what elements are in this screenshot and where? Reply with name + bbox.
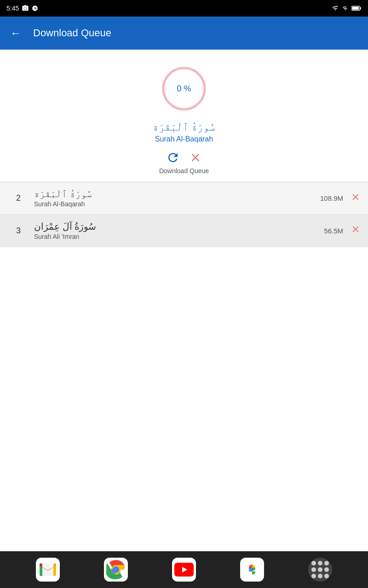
queue-item: 2 سُورَةُ ٱلْبَقَرَة Surah Al-Baqarah 10… xyxy=(0,182,368,215)
item-arabic-title: سُورَةُ آلَ عِمْرَان xyxy=(34,221,324,232)
status-right xyxy=(331,5,362,12)
current-surah-english: Surah Al-Baqarah xyxy=(155,135,213,143)
item-number: 3 xyxy=(7,226,29,236)
remove-icon xyxy=(351,192,361,202)
remove-item-button[interactable] xyxy=(351,224,361,237)
app-bar: ← Download Queue xyxy=(0,17,368,50)
item-size: 56.5M xyxy=(324,227,343,235)
youtube-app-icon[interactable] xyxy=(172,558,196,582)
photos-icon xyxy=(242,560,262,579)
remove-item-button[interactable] xyxy=(351,192,361,205)
svg-point-8 xyxy=(113,566,119,573)
cancel-download-button[interactable] xyxy=(189,151,202,164)
close-icon xyxy=(189,151,202,164)
item-info: سُورَةُ آلَ عِمْرَان Surah Ali 'Imran xyxy=(29,221,324,240)
item-number: 2 xyxy=(7,193,29,203)
refresh-icon xyxy=(166,151,180,164)
back-button[interactable]: ← xyxy=(8,25,23,41)
download-queue-label: Download Queue xyxy=(159,167,209,175)
svg-point-0 xyxy=(24,7,27,9)
queue-item: 3 سُورَةُ آلَ عِمْرَان Surah Ali 'Imran … xyxy=(0,215,368,247)
item-size: 108.9M xyxy=(320,194,343,202)
item-english-title: Surah Al-Baqarah xyxy=(34,200,320,208)
progress-area: 0 % سُورَةُ ٱلْبَقَرَة Surah Al-Baqarah … xyxy=(0,50,368,182)
item-arabic-title: سُورَةُ ٱلْبَقَرَة xyxy=(34,189,320,199)
bottom-nav xyxy=(0,551,368,588)
progress-percentage: 0 % xyxy=(177,84,191,94)
gmail-app-icon[interactable] xyxy=(36,558,60,582)
dots-grid xyxy=(311,561,329,578)
gmail-icon xyxy=(40,563,56,576)
status-bar: 5:45 xyxy=(0,0,368,17)
battery-icon xyxy=(351,5,362,11)
item-info: سُورَةُ ٱلْبَقَرَة Surah Al-Baqarah xyxy=(29,189,320,208)
chrome-app-icon[interactable] xyxy=(104,558,128,582)
photos-app-icon[interactable] xyxy=(240,558,264,582)
status-left: 5:45 xyxy=(6,5,38,12)
wifi-icon xyxy=(331,5,339,11)
current-surah-arabic: سُورَةُ ٱلْبَقَرَة xyxy=(153,121,215,133)
time-display: 5:45 xyxy=(6,5,19,12)
refresh-button[interactable] xyxy=(166,151,180,164)
item-english-title: Surah Ali 'Imran xyxy=(34,233,324,240)
screenshot-icon xyxy=(22,5,29,12)
queue-list: 2 سُورَةُ ٱلْبَقَرَة Surah Al-Baqarah 10… xyxy=(0,182,368,247)
app-bar-title: Download Queue xyxy=(33,27,111,39)
main-content: 0 % سُورَةُ ٱلْبَقَرَة Surah Al-Baqarah … xyxy=(0,50,368,247)
svg-rect-3 xyxy=(352,7,359,10)
chrome-icon xyxy=(106,560,126,579)
signal-icon xyxy=(342,5,349,12)
progress-circle-container: 0 % xyxy=(159,63,209,114)
more-apps-icon[interactable] xyxy=(308,558,332,582)
action-icons-row xyxy=(166,151,202,164)
svg-rect-2 xyxy=(360,7,361,10)
remove-icon xyxy=(351,224,361,234)
youtube-icon xyxy=(174,563,194,577)
download-notification-icon xyxy=(32,5,38,12)
